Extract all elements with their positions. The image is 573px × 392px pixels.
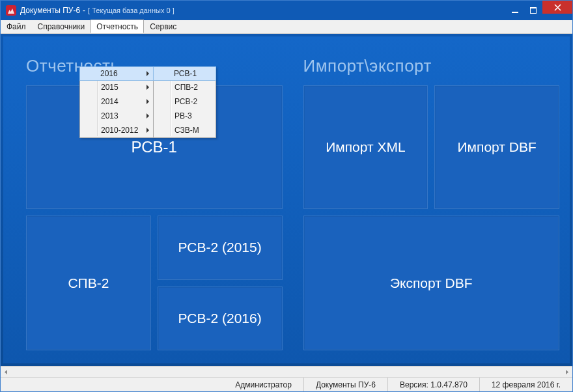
scroll-track[interactable] [12,367,561,377]
scroll-right-button[interactable] [561,367,572,377]
dropdown-item-label: РСВ-1 [174,69,197,78]
dropdown-years: 2016 2015 2014 2013 2010-2012 [79,66,154,138]
dropdown-item-label: 2015 [101,83,119,92]
tile-rsv2-2015[interactable]: РСВ-2 (2015) [158,216,283,280]
dropdown-item-label: 2016 [100,69,118,78]
status-user: Администратор [223,378,303,391]
submenu-arrow-icon [147,85,149,90]
submenu-arrow-icon [147,128,149,133]
dropdown-item-szvm[interactable]: СЗВ-М [154,123,216,137]
tile-import-xml[interactable]: Импорт XML [303,85,428,209]
dropdown-forms: РСВ-1 СПВ-2 РСВ-2 РВ-3 СЗВ-М [153,66,216,138]
submenu-arrow-icon [147,99,149,104]
dropdown-item-rv3[interactable]: РВ-3 [154,109,216,123]
dropdown-item-label: 2013 [101,111,119,120]
tile-export-dbf[interactable]: Экспорт DBF [303,216,560,350]
dropdown-item-2016[interactable]: 2016 [79,66,154,81]
status-doc: Документы ПУ-6 [303,378,387,391]
title-separator: - [83,6,85,15]
title-wrap: Документы ПУ-6 - [ Текущая база данных 0… [20,6,506,15]
minimize-button[interactable] [506,1,524,20]
dropdown-item-label: СПВ-2 [175,83,198,92]
dropdown-item-rsv1[interactable]: РСВ-1 [153,66,216,81]
dropdown-item-2015[interactable]: 2015 [80,80,153,94]
menu-service[interactable]: Сервис [144,20,182,33]
scroll-left-button[interactable] [1,367,12,377]
right-column: Импорт\экспорт Импорт XML Импорт DBF Экс… [303,56,560,350]
dropdown-item-label: 2010-2012 [101,126,138,135]
client-area: Отчетность РСВ-1 СПВ-2 РСВ-2 (2015) РСВ-… [1,34,572,366]
app-title: Документы ПУ-6 [20,6,80,15]
titlebar: Документы ПУ-6 - [ Текущая база данных 0… [1,1,572,20]
svg-rect-0 [512,12,518,13]
dropdown-item-label: 2014 [101,97,119,106]
right-section-title: Импорт\экспорт [303,56,560,76]
svg-rect-2 [530,7,537,8]
status-date: 12 февраля 2016 г. [479,378,572,391]
menu-file[interactable]: Файл [1,20,32,33]
window-controls [506,1,572,20]
menu-reports[interactable]: Отчетность [91,20,144,33]
dropdown-item-rsv2[interactable]: РСВ-2 [154,94,216,109]
submenu-arrow-icon [147,71,149,76]
menubar: Файл Справочники Отчетность Сервис [1,20,572,34]
dropdown-item-label: РСВ-2 [175,97,197,106]
dropdown-item-label: СЗВ-М [175,126,199,135]
status-version: Версия: 1.0.47.870 [387,378,479,391]
dropdown-item-2013[interactable]: 2013 [80,109,153,123]
tile-import-dbf[interactable]: Импорт DBF [434,85,559,209]
dropdown-item-2014[interactable]: 2014 [80,94,153,109]
menu-references[interactable]: Справочники [32,20,91,33]
tile-spv2[interactable]: СПВ-2 [26,216,151,350]
app-icon [6,5,16,16]
dropdown-item-spv2[interactable]: СПВ-2 [154,80,216,94]
submenu-arrow-icon [147,113,149,119]
right-tiles: Импорт XML Импорт DBF Экспорт DBF [303,85,560,350]
tile-rsv2-2016[interactable]: РСВ-2 (2016) [158,287,283,351]
maximize-button[interactable] [524,1,542,20]
title-subtitle: [ Текущая база данных 0 ] [88,7,175,14]
statusbar: Администратор Документы ПУ-6 Версия: 1.0… [1,377,572,391]
horizontal-scrollbar[interactable] [1,366,572,377]
dropdown-item-label: РВ-3 [175,111,192,120]
dropdown-item-2010-2012[interactable]: 2010-2012 [80,123,153,137]
close-button[interactable] [542,1,572,14]
